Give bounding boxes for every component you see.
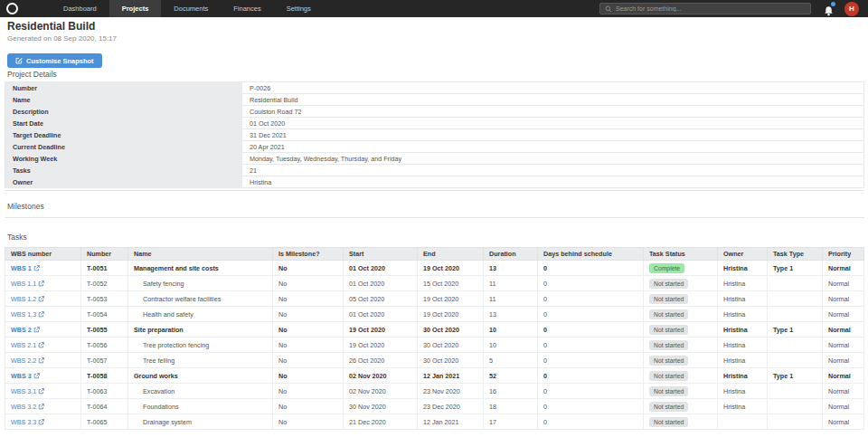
task-cell-priority: Normal — [823, 276, 864, 291]
task-cell-priority: Normal — [823, 353, 864, 368]
notifications-button[interactable] — [824, 4, 834, 14]
detail-value: 31 Dec 2021 — [242, 129, 864, 141]
task-cell-owner: Hristina — [718, 322, 768, 338]
task-cell-days-behind: 0 — [538, 384, 644, 399]
detail-value: Hristina — [242, 176, 864, 188]
wbs-link[interactable]: WBS 3.2 — [11, 403, 44, 411]
task-cell-status: Not started — [644, 276, 718, 291]
task-cell-end: 23 Dec 2020 — [418, 399, 484, 414]
task-cell-task-type — [768, 338, 823, 353]
task-status-badge: Not started — [649, 386, 688, 396]
task-name: Drainage system — [134, 418, 192, 426]
nav-item-finances[interactable]: Finances — [221, 0, 273, 17]
detail-value: 20 Apr 2021 — [242, 141, 864, 153]
external-link-icon — [38, 404, 44, 410]
task-cell-days-behind: 0 — [538, 353, 644, 368]
task-cell-start: 01 Oct 2020 — [344, 276, 418, 291]
task-cell-status: Not started — [644, 368, 718, 384]
task-status-badge: Not started — [649, 325, 688, 335]
task-cell-days-behind: 0 — [538, 322, 644, 338]
task-cell-is-milestone: No — [273, 338, 344, 353]
task-cell-start: 02 Nov 2020 — [344, 384, 418, 399]
task-status-badge: Not started — [649, 340, 688, 350]
task-cell-days-behind: 0 — [538, 338, 644, 353]
task-cell-wbs: WBS 1.1 — [5, 276, 81, 291]
project-detail-row: DescriptionCoulston Road 72 — [5, 106, 864, 118]
wbs-link[interactable]: WBS 2.2 — [11, 357, 44, 365]
nav-item-projects[interactable]: Projects — [109, 0, 162, 17]
task-cell-end: 30 Oct 2020 — [418, 353, 484, 368]
task-cell-duration: 17 — [484, 414, 538, 430]
task-cell-duration: 18 — [484, 399, 538, 414]
task-cell-status: Not started — [644, 322, 718, 338]
task-cell-duration: 52 — [484, 368, 538, 384]
detail-label: Target Deadline — [5, 129, 242, 141]
task-row: WBS 3.3T-0065Drainage systemNo21 Dec 202… — [5, 414, 864, 430]
task-cell-name: Drainage system — [128, 414, 273, 430]
nav-item-documents[interactable]: Documents — [161, 0, 221, 17]
milestones-heading: Milestones — [7, 202, 864, 211]
task-cell-end: 12 Jan 2021 — [418, 368, 484, 384]
task-row: WBS 1.2T-0053Contractor welfare faciliti… — [5, 291, 864, 307]
column-header: Days behind schedule — [538, 248, 644, 261]
task-cell-owner: Hristina — [718, 353, 768, 368]
project-detail-row: NumberP-0026 — [5, 82, 864, 94]
task-cell-task-type: Type 1 — [768, 322, 823, 338]
task-cell-duration: 16 — [484, 384, 538, 399]
task-status-badge: Not started — [649, 279, 688, 289]
wbs-link[interactable]: WBS 3 — [11, 372, 40, 380]
task-cell-is-milestone: No — [273, 368, 344, 384]
task-cell-task-type — [768, 276, 823, 291]
task-cell-task-type: Type 1 — [768, 368, 823, 384]
task-cell-priority: Normal — [823, 307, 864, 322]
page-content: Residential Build Generated on 08 Sep 20… — [0, 21, 868, 430]
nav-item-dashboard[interactable]: Dashboard — [51, 0, 109, 17]
task-cell-start: 30 Nov 2020 — [344, 399, 418, 414]
external-link-icon — [38, 357, 44, 364]
detail-value: 01 Oct 2020 — [242, 118, 864, 129]
wbs-link[interactable]: WBS 1.1 — [11, 280, 44, 288]
task-cell-priority: Normal — [823, 322, 864, 338]
customise-snapshot-button[interactable]: Customise Snapshot — [7, 53, 102, 68]
task-cell-is-milestone: No — [273, 291, 344, 307]
wbs-link[interactable]: WBS 1 — [11, 264, 40, 272]
divider — [5, 190, 864, 191]
task-cell-wbs: WBS 3.2 — [5, 399, 81, 414]
search-input[interactable] — [616, 5, 806, 12]
wbs-link[interactable]: WBS 3.1 — [11, 387, 44, 395]
project-details-body: NumberP-0026NameResidential BuildDescrip… — [5, 82, 864, 188]
app-logo-icon[interactable] — [6, 3, 18, 14]
task-cell-name: Contractor welfare facilities — [128, 291, 273, 307]
column-header: End — [418, 248, 484, 261]
wbs-link[interactable]: WBS 1.3 — [11, 310, 44, 319]
task-cell-task-type: Type 1 — [768, 261, 823, 276]
wbs-link[interactable]: WBS 3.3 — [11, 418, 44, 426]
project-detail-row: Tasks21 — [5, 165, 864, 176]
task-row: WBS 3T-0058Ground worksNo02 Nov 202012 J… — [5, 368, 864, 384]
task-cell-number: T-0056 — [81, 338, 128, 353]
tasks-table: WBS numberNumberNameIs Milestone?StartEn… — [5, 247, 864, 430]
task-name: Health and safety — [134, 310, 193, 319]
nav-item-settings[interactable]: Settings — [274, 0, 324, 17]
detail-label: Start Date — [5, 118, 242, 129]
detail-label: Number — [5, 82, 242, 94]
task-cell-end: 12 Jan 2021 — [418, 414, 484, 430]
task-cell-start: 19 Oct 2020 — [344, 338, 418, 353]
tasks-table-body: WBS 1T-0051Management and site costsNo01… — [5, 261, 864, 430]
wbs-link[interactable]: WBS 2 — [11, 326, 40, 334]
task-cell-is-milestone: No — [273, 399, 344, 414]
wbs-link[interactable]: WBS 1.2 — [11, 295, 44, 303]
task-cell-start: 19 Oct 2020 — [344, 322, 418, 338]
nav-menu: DashboardProjectsDocumentsFinancesSettin… — [51, 0, 324, 17]
task-cell-wbs: WBS 2.2 — [5, 353, 81, 368]
task-cell-start: 26 Oct 2020 — [344, 353, 418, 368]
wbs-link[interactable]: WBS 2.1 — [11, 341, 44, 349]
task-cell-start: 01 Oct 2020 — [344, 307, 418, 322]
task-cell-status: Not started — [644, 291, 718, 307]
task-cell-number: T-0063 — [81, 384, 128, 399]
user-avatar[interactable]: H — [844, 2, 859, 16]
task-cell-duration: 13 — [484, 261, 538, 276]
task-cell-duration: 13 — [484, 307, 538, 322]
project-detail-row: NameResidential Build — [5, 94, 864, 106]
task-cell-priority: Normal — [823, 384, 864, 399]
